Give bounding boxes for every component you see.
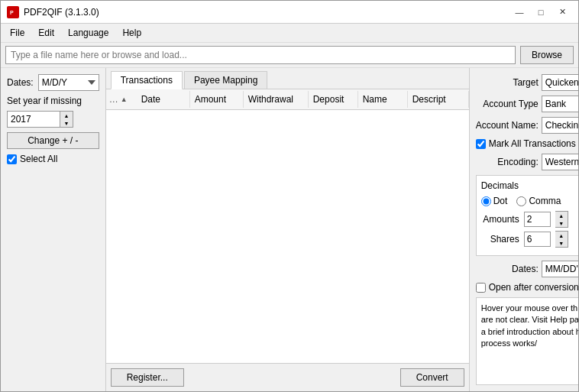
maximize-button[interactable]: □ — [531, 5, 551, 20]
open-after-label: Open after conversion — [489, 282, 578, 293]
mark-cleared-row: Mark All Transactions as cleared — [476, 138, 578, 149]
minimize-button[interactable]: — — [509, 5, 529, 20]
dates-format-row: Dates: MM/DD'YYYY DD/MM'YYYY YYYY/MM/DD — [476, 261, 578, 277]
dates-label: Dates: — [7, 77, 34, 88]
convert-button[interactable]: Convert — [400, 368, 464, 387]
account-type-label: Account Type — [483, 99, 539, 109]
register-button[interactable]: Register... — [111, 368, 184, 387]
shares-input[interactable] — [524, 232, 551, 247]
target-label: Target — [513, 77, 538, 88]
dates-format-select[interactable]: MM/DD'YYYY DD/MM'YYYY YYYY/MM/DD — [542, 261, 578, 277]
year-input[interactable] — [7, 111, 60, 128]
col-header-descr: Descript — [408, 91, 469, 108]
open-after-checkbox[interactable] — [476, 283, 486, 293]
col-header-date: Date — [137, 91, 190, 108]
account-type-select[interactable]: Bank Cash CCard — [542, 96, 578, 112]
col-arrows: … ▲ — [106, 94, 137, 105]
col-header-name: Name — [358, 91, 408, 108]
dot-radio-item[interactable]: Dot — [481, 196, 508, 206]
tab-transactions[interactable]: Transactions — [111, 71, 183, 89]
amounts-label: Amounts — [481, 214, 519, 225]
tab-payee-mapping[interactable]: Payee Mapping — [184, 71, 267, 89]
menu-bar: File Edit Language Help — [1, 24, 578, 43]
toolbar: Browse — [1, 43, 578, 68]
shares-label: Shares — [481, 234, 519, 245]
radio-row: Dot Comma — [481, 196, 578, 206]
mark-cleared-checkbox[interactable] — [476, 139, 486, 149]
sort-up-icon: ▲ — [121, 96, 128, 103]
select-all-label: Select All — [20, 154, 57, 164]
tabs: Transactions Payee Mapping — [106, 68, 469, 89]
target-select[interactable]: Quicken 2018 for PC — [542, 74, 578, 91]
bottom-buttons: Register... Convert — [106, 363, 469, 391]
account-name-label: Account Name: — [476, 120, 539, 131]
window-controls: — □ ✕ — [509, 5, 572, 20]
year-spinner-buttons: ▲ ▼ — [60, 111, 73, 128]
decimals-section: Decimals Dot Comma Amounts ▲ — [476, 175, 578, 256]
change-button[interactable]: Change + / - — [7, 132, 99, 149]
open-after-row: Open after conversion — [476, 282, 578, 293]
col-header-amount: Amount — [190, 91, 244, 108]
select-all-checkbox[interactable] — [7, 154, 17, 164]
table-area: … ▲ Date Amount Withdrawal Deposit Name … — [106, 89, 469, 363]
menu-language[interactable]: Language — [62, 25, 115, 40]
svg-text:P: P — [10, 10, 14, 15]
amounts-spinner: ▲ ▼ — [555, 211, 568, 228]
encoding-label: Encoding: — [497, 157, 538, 167]
amounts-up-button[interactable]: ▲ — [555, 212, 568, 219]
window-title: PDF2QIF (3.1.3.0) — [24, 7, 99, 18]
main-window: P PDF2QIF (3.1.3.0) — □ ✕ File Edit Lang… — [0, 0, 579, 392]
shares-spinner: ▲ ▼ — [555, 231, 568, 248]
set-year-label: Set year if missing — [7, 96, 99, 106]
browse-button[interactable]: Browse — [520, 46, 574, 64]
help-text: Hover your mouse over things that are no… — [481, 303, 578, 348]
comma-label: Comma — [529, 196, 561, 206]
ellipsis-icon: … — [109, 94, 118, 105]
right-panel: Target Quicken 2018 for PC Account Type … — [470, 68, 578, 391]
menu-help[interactable]: Help — [116, 25, 147, 40]
col-header-withdrawal: Withdrawal — [244, 91, 309, 108]
dates-row: Dates: M/D/Y D/M/Y Y/M/D — [7, 74, 99, 91]
dot-label: Dot — [493, 196, 508, 206]
account-name-input[interactable] — [542, 117, 578, 134]
date-format-select[interactable]: M/D/Y D/M/Y Y/M/D — [38, 74, 99, 91]
amounts-input[interactable] — [524, 212, 551, 227]
comma-radio-item[interactable]: Comma — [516, 196, 561, 206]
file-input[interactable] — [5, 46, 516, 64]
table-header: … ▲ Date Amount Withdrawal Deposit Name … — [106, 89, 469, 110]
app-icon: P — [7, 6, 19, 18]
account-name-row: Account Name: — [476, 117, 578, 134]
title-bar-left: P PDF2QIF (3.1.3.0) — [7, 6, 99, 18]
decimals-title: Decimals — [481, 180, 578, 191]
amounts-down-button[interactable]: ▼ — [555, 219, 568, 227]
shares-down-button[interactable]: ▼ — [555, 239, 568, 247]
menu-file[interactable]: File — [4, 25, 31, 40]
mark-cleared-label: Mark All Transactions as cleared — [489, 138, 578, 149]
dot-radio[interactable] — [481, 196, 491, 206]
year-down-button[interactable]: ▼ — [60, 119, 73, 127]
menu-edit[interactable]: Edit — [32, 25, 60, 40]
encoding-row: Encoding: Western Unicode — [476, 154, 578, 170]
left-panel: Dates: M/D/Y D/M/Y Y/M/D Set year if mis… — [1, 68, 106, 391]
table-body — [106, 110, 469, 361]
target-row: Target Quicken 2018 for PC — [476, 74, 578, 91]
close-button[interactable]: ✕ — [552, 5, 572, 20]
help-box: Hover your mouse over things that are no… — [476, 297, 578, 385]
account-type-row: Account Type Bank Cash CCard — [476, 96, 578, 112]
shares-up-button[interactable]: ▲ — [555, 232, 568, 239]
year-spinner: ▲ ▼ — [7, 111, 99, 128]
year-up-button[interactable]: ▲ — [60, 112, 73, 119]
main-content: Dates: M/D/Y D/M/Y Y/M/D Set year if mis… — [1, 68, 578, 391]
title-bar: P PDF2QIF (3.1.3.0) — □ ✕ — [1, 1, 578, 24]
encoding-select[interactable]: Western Unicode — [542, 154, 578, 170]
dates-format-label: Dates: — [512, 264, 539, 274]
amounts-row: Amounts ▲ ▼ — [481, 211, 578, 228]
col-header-deposit: Deposit — [309, 91, 358, 108]
select-all-row[interactable]: Select All — [7, 154, 99, 164]
comma-radio[interactable] — [516, 196, 526, 206]
center-panel: Transactions Payee Mapping … ▲ Date Amou… — [106, 68, 470, 391]
shares-row: Shares ▲ ▼ — [481, 231, 578, 248]
